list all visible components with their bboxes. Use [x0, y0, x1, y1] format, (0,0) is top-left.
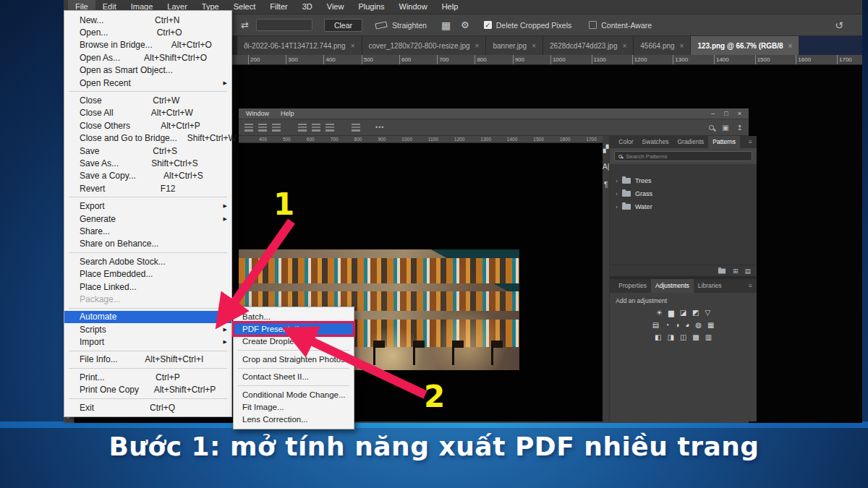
file-menu-item[interactable]: Import ▶: [64, 335, 231, 348]
panel-menu-icon[interactable]: ≡: [744, 136, 757, 148]
paragraph-icon[interactable]: ¶: [604, 181, 608, 189]
panel-tab[interactable]: Color: [614, 136, 637, 148]
adjustment-icon[interactable]: ▩: [692, 333, 699, 341]
file-menu-item[interactable]: Open... Ctrl+O ▶: [64, 26, 231, 38]
chevron-right-icon[interactable]: ›: [616, 178, 618, 184]
delete-icon[interactable]: ▤: [744, 267, 751, 275]
file-menu-item[interactable]: ▶: [64, 250, 231, 255]
straighten-label[interactable]: Straighten: [392, 21, 427, 30]
document-tab[interactable]: 2628dcd474dd23.jpg ×: [543, 36, 633, 55]
file-menu-item[interactable]: File Info... Alt+Shift+Ctrl+I ▶: [64, 354, 231, 366]
file-menu-item[interactable]: ▶: [64, 89, 231, 94]
close-tab-icon[interactable]: ×: [680, 42, 684, 50]
file-menu-item[interactable]: ▶: [64, 194, 231, 200]
file-menu-item[interactable]: Exit Ctrl+Q ▶: [64, 401, 231, 414]
file-menu-item[interactable]: New... Ctrl+N ▶: [64, 14, 231, 26]
file-menu-item[interactable]: Close Others Alt+Ctrl+P ▶: [64, 119, 231, 132]
panel-menu-icon[interactable]: ≡: [744, 279, 757, 293]
panel-tab[interactable]: Gradients: [673, 136, 708, 148]
submenu-item[interactable]: Fit Image... ▶: [234, 401, 354, 413]
adjustment-icon[interactable]: ▽: [705, 309, 711, 317]
menu-bar-item[interactable]: Filter: [263, 0, 294, 14]
file-menu-item[interactable]: ▶: [64, 306, 231, 311]
adjustment-icon[interactable]: ▦: [707, 321, 714, 329]
file-menu-item[interactable]: Package... ▶: [64, 293, 231, 305]
menu-bar-item[interactable]: 3D: [295, 0, 320, 14]
submenu-item[interactable]: Batch... ▶: [234, 310, 354, 322]
file-menu-item[interactable]: ▶: [64, 396, 231, 401]
adjustment-icon[interactable]: ▥: [705, 333, 712, 341]
submenu-item[interactable]: Crop and Straighten Photos ▶: [234, 353, 354, 365]
new-pattern-icon[interactable]: ⊞: [733, 267, 739, 275]
menu-bar-item[interactable]: Help: [435, 0, 466, 14]
document-tab[interactable]: 45664.png ×: [634, 36, 690, 55]
adjustment-icon[interactable]: ◨: [667, 333, 673, 341]
document-tab[interactable]: cover_1280x720-800-resize.jpg ×: [362, 36, 486, 55]
pattern-group-row[interactable]: › Trees: [610, 174, 757, 187]
adjustment-icon[interactable]: ◧: [655, 333, 661, 341]
search-patterns-input[interactable]: Search Patterns: [614, 151, 752, 161]
file-menu-item[interactable]: Share... ▶: [64, 225, 231, 237]
file-menu-item[interactable]: Revert F12 ▶: [64, 182, 231, 194]
straighten-icon[interactable]: [375, 21, 387, 29]
pattern-group-row[interactable]: › Grass: [610, 187, 757, 200]
file-menu-item[interactable]: ▶: [64, 348, 231, 354]
file-menu-item[interactable]: Share on Behance... ▶: [64, 238, 231, 250]
submenu-item[interactable]: Create Droplet... ▶: [234, 335, 354, 348]
file-menu-item[interactable]: Close All Alt+Ctrl+W ▶: [64, 107, 231, 119]
document-tab[interactable]: ði-2022-06-14T134712.744.png ×: [237, 36, 362, 55]
delete-cropped-pixels-checkbox[interactable]: ✓: [484, 21, 492, 29]
clear-button[interactable]: Clear: [324, 19, 362, 32]
crop-ratio-input[interactable]: [256, 19, 312, 31]
file-menu-item[interactable]: Print One Copy Alt+Shift+Ctrl+P ▶: [64, 384, 231, 396]
file-menu-item[interactable]: Print... Ctrl+P ▶: [64, 371, 231, 383]
submenu-item[interactable]: ▶: [234, 348, 354, 353]
panel-tab[interactable]: Patterns: [708, 136, 740, 148]
adjustment-icon[interactable]: ▆: [668, 309, 674, 317]
file-menu-item[interactable]: Open As... Alt+Shift+Ctrl+O ▶: [64, 51, 231, 64]
submenu-item[interactable]: Conditional Mode Change... ▶: [234, 388, 354, 401]
adjustment-icon[interactable]: ◫: [680, 333, 686, 341]
overlay-grid-icon[interactable]: ▦: [441, 20, 451, 31]
adjustment-icon[interactable]: ☀: [656, 309, 663, 317]
gear-icon[interactable]: ⚙: [461, 20, 469, 30]
file-menu-item[interactable]: Search Adobe Stock... ▶: [64, 255, 231, 267]
content-aware-checkbox[interactable]: [589, 21, 597, 29]
menu-bar-item[interactable]: Window: [392, 0, 435, 14]
pattern-stamp-icon[interactable]: ▞: [603, 145, 609, 153]
file-menu-item[interactable]: Scripts ▶: [64, 323, 231, 335]
adjustment-icon[interactable]: ◩: [692, 309, 699, 317]
type-tool-icon[interactable]: A|: [603, 163, 609, 171]
file-menu-item[interactable]: Open as Smart Object... ▶: [64, 64, 231, 77]
panel-tab[interactable]: Adjustments: [651, 279, 694, 293]
file-menu-item[interactable]: Save Ctrl+S ▶: [64, 145, 231, 157]
panel-tab[interactable]: Libraries: [694, 279, 726, 293]
file-menu-item[interactable]: Place Linked... ▶: [64, 281, 231, 293]
chevron-right-icon[interactable]: ›: [616, 191, 618, 197]
submenu-item[interactable]: Contact Sheet II... ▶: [234, 371, 354, 383]
panel-tab[interactable]: Swatches: [638, 136, 673, 148]
panel-tab[interactable]: Properties: [614, 279, 651, 293]
menu-bar-item[interactable]: Plugins: [351, 0, 391, 14]
close-tab-icon[interactable]: ×: [351, 42, 355, 50]
adjustment-icon[interactable]: ◕: [685, 321, 689, 329]
adjustment-icon[interactable]: ◑: [675, 321, 679, 329]
file-menu-item[interactable]: ▶: [64, 366, 231, 371]
pattern-group-row[interactable]: › Water: [610, 200, 757, 213]
new-group-folder-icon[interactable]: [718, 268, 726, 273]
close-tab-icon[interactable]: ×: [622, 42, 626, 50]
close-tab-icon[interactable]: ×: [532, 42, 536, 50]
document-tab[interactable]: 123.png @ 66.7% (RGB/8 ×: [691, 36, 799, 55]
file-menu-item[interactable]: Save a Copy... Alt+Ctrl+S ▶: [64, 170, 231, 182]
submenu-item[interactable]: ▶: [234, 383, 354, 388]
submenu-item[interactable]: PDF Presentation... ▶: [234, 322, 354, 335]
file-menu-item[interactable]: Export ▶: [64, 200, 231, 212]
undo-icon[interactable]: ↺: [835, 20, 843, 31]
file-menu-item[interactable]: Save As... Shift+Ctrl+S ▶: [64, 157, 231, 169]
chevron-right-icon[interactable]: ›: [616, 204, 618, 210]
adjustment-icon[interactable]: ◍: [695, 321, 702, 329]
swap-dimensions-icon[interactable]: ⇄: [241, 20, 249, 30]
close-tab-icon[interactable]: ×: [475, 42, 480, 50]
adjustment-icon[interactable]: ▤: [652, 321, 659, 329]
file-menu-item[interactable]: Browse in Bridge... Alt+Ctrl+O ▶: [64, 39, 231, 51]
